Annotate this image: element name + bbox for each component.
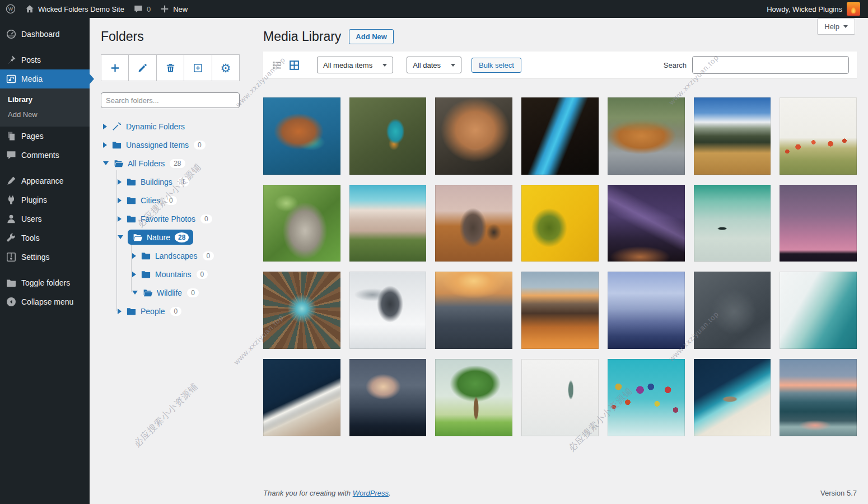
folder-count-badge: 28: [170, 159, 185, 168]
sidebar-item-users[interactable]: Users: [0, 209, 90, 228]
site-name-link[interactable]: Wicked Folders Demo Site: [25, 4, 124, 14]
media-type-filter-value: All media items: [323, 61, 372, 69]
sidebar-item-tools[interactable]: Tools: [0, 228, 90, 248]
folder-item-buildings[interactable]: Buildings1: [101, 172, 240, 191]
add-new-button[interactable]: Add New: [349, 29, 394, 44]
bulk-select-button[interactable]: Bulk select: [472, 58, 521, 73]
media-search-input[interactable]: [692, 56, 849, 74]
help-tab[interactable]: Help: [817, 18, 855, 35]
media-item-ocean-wave[interactable]: [780, 272, 857, 349]
folders-toolbar: ⚙: [101, 54, 240, 81]
folder-count-badge: 0: [197, 270, 208, 279]
media-item-boat-beach[interactable]: [694, 359, 771, 436]
footer-thanks-text: Thank you for creating with: [263, 489, 353, 497]
delete-folder-button[interactable]: [156, 54, 184, 81]
media-item-forest-canopy[interactable]: [263, 272, 340, 349]
folder-item-favorite-photos[interactable]: Favorite Photos0: [101, 209, 240, 228]
chevron-down-icon[interactable]: [132, 291, 138, 295]
media-item-river-valley-dusk[interactable]: [780, 359, 857, 436]
folder-item-unassigned-items[interactable]: Unassigned Items0: [101, 136, 240, 154]
pin-icon: [6, 54, 17, 66]
chevron-right-icon[interactable]: [118, 309, 122, 314]
sidebar-item-comments[interactable]: Comments: [0, 146, 90, 165]
menu-separator: [0, 165, 90, 171]
media-item-owl[interactable]: [263, 185, 340, 262]
submenu-item-library[interactable]: Library: [0, 92, 90, 107]
wordpress-link[interactable]: WordPress: [353, 489, 389, 497]
folder-item-all-folders[interactable]: All Folders28: [101, 154, 240, 172]
folder-pill: People0: [126, 306, 181, 316]
folder-item-dynamic-folders[interactable]: Dynamic Folders: [101, 117, 240, 136]
media-item-elephant[interactable]: [435, 185, 512, 262]
list-view-icon[interactable]: [271, 59, 283, 71]
appearance-icon: [6, 175, 17, 186]
media-item-winter-forest-sunset[interactable]: [435, 272, 512, 349]
media-item-canyon-river[interactable]: [521, 97, 599, 175]
media-item-waterfall-bird[interactable]: [694, 185, 771, 262]
chevron-right-icon[interactable]: [132, 272, 136, 277]
sidebar-item-appearance[interactable]: Appearance: [0, 171, 90, 190]
account-menu[interactable]: Howdy, Wicked Plugins: [767, 2, 860, 16]
chevron-right-icon[interactable]: [103, 142, 107, 148]
gear-icon: ⚙: [220, 62, 231, 74]
chevron-right-icon[interactable]: [132, 253, 136, 259]
media-item-mountain-peak-clouds[interactable]: [349, 272, 427, 349]
add-subfolder-button[interactable]: [184, 54, 212, 81]
content-area: Folders ⚙ Dynamic FoldersUnassigned Item…: [90, 18, 868, 504]
chevron-right-icon[interactable]: [118, 216, 122, 222]
media-item-statue-of-liberty[interactable]: [521, 359, 599, 436]
media-item-misty-blue-mountains[interactable]: [608, 272, 685, 349]
media-item-big-tree[interactable]: [435, 359, 512, 436]
wordpress-logo-menu[interactable]: W: [6, 4, 16, 14]
chevron-right-icon[interactable]: [103, 124, 107, 129]
folder-icon: [141, 269, 151, 279]
sidebar-item-label: Toggle folders: [21, 278, 70, 287]
date-filter[interactable]: All dates: [407, 57, 461, 73]
new-content-menu[interactable]: New: [160, 4, 188, 14]
media-type-filter[interactable]: All media items: [317, 57, 393, 73]
media-item-dark-shore[interactable]: [263, 359, 340, 436]
plugins-icon: [6, 194, 17, 206]
sidebar-item-media[interactable]: Media: [0, 69, 90, 88]
folder-search-input[interactable]: [101, 92, 240, 108]
folder-item-landscapes[interactable]: Landscapes0: [101, 246, 240, 265]
media-item-sand-dune[interactable]: [349, 185, 427, 262]
chevron-down-icon[interactable]: [103, 161, 109, 165]
media-item-fjord-clouds[interactable]: [349, 359, 427, 436]
media-item-sunset-clouds[interactable]: [521, 272, 599, 349]
media-item-sunflower[interactable]: [521, 185, 599, 262]
sidebar-item-collapse-menu[interactable]: Collapse menu: [0, 292, 90, 311]
media-item-kingfisher[interactable]: [349, 97, 427, 175]
media-item-tiger[interactable]: [608, 97, 685, 175]
folder-settings-button[interactable]: ⚙: [212, 54, 240, 81]
chevron-down-icon[interactable]: [118, 235, 123, 239]
media-item-fox[interactable]: [435, 97, 512, 175]
folder-count-badge: 1: [178, 178, 189, 186]
media-item-hot-air-balloons[interactable]: [608, 359, 685, 436]
folder-item-people[interactable]: People0: [101, 302, 240, 320]
sidebar-item-dashboard[interactable]: Dashboard: [0, 25, 90, 44]
chevron-right-icon[interactable]: [118, 179, 122, 185]
media-item-pink-dusk[interactable]: [780, 185, 857, 262]
media-item-aerial-forest[interactable]: [694, 272, 771, 349]
sidebar-item-toggle-folders[interactable]: Toggle folders: [0, 273, 90, 292]
media-item-milky-way[interactable]: [608, 185, 685, 262]
folder-item-cities[interactable]: Cities0: [101, 191, 240, 209]
sidebar-item-pages[interactable]: Pages: [0, 127, 90, 146]
grid-view-icon[interactable]: [288, 59, 300, 71]
add-folder-button[interactable]: [101, 54, 129, 81]
media-item-mountain-valley[interactable]: [694, 97, 771, 175]
rename-folder-button[interactable]: [128, 54, 156, 81]
media-item-poppy-field[interactable]: [780, 97, 857, 175]
sidebar-item-settings[interactable]: Settings: [0, 248, 90, 267]
folder-item-nature[interactable]: Nature28: [101, 228, 240, 246]
submenu-item-add-new[interactable]: Add New: [0, 107, 90, 122]
folder-item-mountains[interactable]: Mountains0: [101, 265, 240, 283]
footer-period: .: [389, 489, 391, 497]
media-item-sea-turtle[interactable]: [263, 97, 340, 175]
sidebar-item-posts[interactable]: Posts: [0, 50, 90, 69]
comments-shortcut[interactable]: 0: [133, 4, 151, 14]
folder-item-wildlife[interactable]: Wildlife0: [101, 283, 240, 302]
sidebar-item-plugins[interactable]: Plugins: [0, 190, 90, 209]
chevron-right-icon[interactable]: [118, 198, 122, 203]
